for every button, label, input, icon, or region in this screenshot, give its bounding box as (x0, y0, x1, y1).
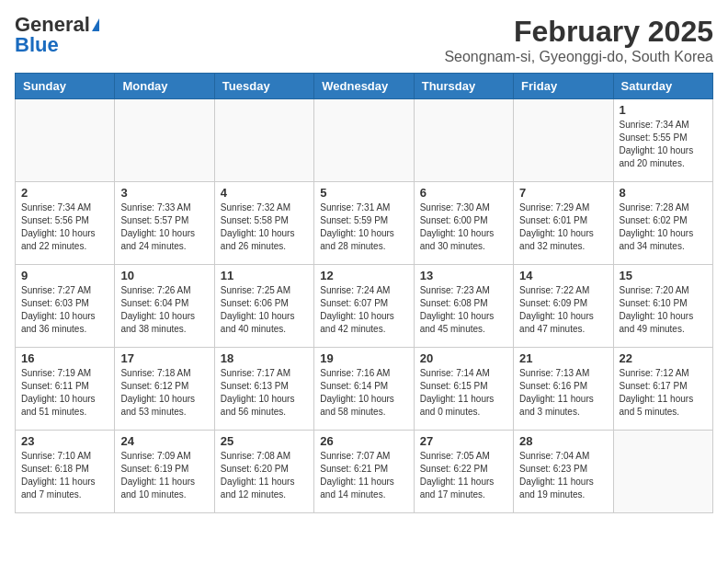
day-info: Sunrise: 7:04 AM Sunset: 6:23 PM Dayligh… (519, 450, 607, 501)
day-number: 13 (420, 269, 507, 282)
calendar-week-row: 23Sunrise: 7:10 AM Sunset: 6:18 PM Dayli… (16, 431, 713, 513)
day-info: Sunrise: 7:20 AM Sunset: 6:10 PM Dayligh… (620, 284, 707, 336)
calendar-day-header: Thursday (414, 74, 513, 99)
day-number: 16 (21, 351, 108, 365)
day-info: Sunrise: 7:22 AM Sunset: 6:09 PM Dayligh… (519, 284, 607, 336)
calendar-cell: 10Sunrise: 7:26 AM Sunset: 6:04 PM Dayli… (115, 265, 214, 348)
day-info: Sunrise: 7:33 AM Sunset: 5:57 PM Dayligh… (120, 201, 208, 253)
calendar-cell: 23Sunrise: 7:10 AM Sunset: 6:18 PM Dayli… (16, 431, 115, 513)
day-number: 3 (120, 186, 208, 200)
day-info: Sunrise: 7:32 AM Sunset: 5:58 PM Dayligh… (221, 201, 308, 253)
day-number: 9 (21, 269, 108, 282)
day-info: Sunrise: 7:07 AM Sunset: 6:21 PM Dayligh… (320, 450, 407, 501)
calendar-cell: 9Sunrise: 7:27 AM Sunset: 6:03 PM Daylig… (16, 265, 115, 348)
calendar-cell (613, 431, 712, 513)
calendar-cell: 25Sunrise: 7:08 AM Sunset: 6:20 PM Dayli… (214, 431, 313, 513)
calendar-cell: 2Sunrise: 7:34 AM Sunset: 5:56 PM Daylig… (16, 182, 115, 265)
page-header: General Blue February 2025 Seongnam-si, … (15, 15, 713, 65)
calendar-cell: 8Sunrise: 7:28 AM Sunset: 6:02 PM Daylig… (613, 182, 712, 265)
calendar-cell: 12Sunrise: 7:24 AM Sunset: 6:07 PM Dayli… (314, 265, 414, 348)
calendar-cell: 24Sunrise: 7:09 AM Sunset: 6:19 PM Dayli… (115, 431, 214, 513)
day-number: 4 (221, 186, 308, 200)
calendar-cell: 16Sunrise: 7:19 AM Sunset: 6:11 PM Dayli… (16, 348, 115, 431)
calendar-cell (16, 99, 115, 182)
calendar-week-row: 9Sunrise: 7:27 AM Sunset: 6:03 PM Daylig… (16, 265, 713, 348)
day-info: Sunrise: 7:28 AM Sunset: 6:02 PM Dayligh… (620, 201, 707, 253)
main-title: February 2025 (444, 15, 713, 49)
day-number: 6 (420, 186, 507, 200)
day-number: 12 (320, 269, 407, 282)
day-number: 5 (320, 186, 407, 200)
day-number: 7 (519, 186, 607, 200)
day-number: 14 (519, 269, 607, 282)
day-number: 2 (21, 186, 108, 200)
day-number: 1 (620, 103, 707, 117)
day-number: 26 (320, 434, 407, 448)
calendar-cell: 13Sunrise: 7:23 AM Sunset: 6:08 PM Dayli… (414, 265, 513, 348)
logo-blue: Blue (15, 35, 59, 55)
calendar-day-header: Wednesday (314, 74, 414, 99)
day-number: 15 (620, 269, 707, 282)
calendar-day-header: Friday (514, 74, 613, 99)
day-number: 10 (120, 269, 208, 282)
day-number: 18 (221, 351, 308, 365)
calendar-cell: 1Sunrise: 7:34 AM Sunset: 5:55 PM Daylig… (613, 99, 712, 182)
calendar-cell: 6Sunrise: 7:30 AM Sunset: 6:00 PM Daylig… (414, 182, 513, 265)
calendar-cell (115, 99, 214, 182)
day-number: 25 (221, 434, 308, 448)
calendar-table: SundayMondayTuesdayWednesdayThursdayFrid… (15, 73, 713, 513)
calendar-cell: 3Sunrise: 7:33 AM Sunset: 5:57 PM Daylig… (115, 182, 214, 265)
day-info: Sunrise: 7:05 AM Sunset: 6:22 PM Dayligh… (420, 450, 507, 501)
day-number: 17 (120, 351, 208, 365)
calendar-week-row: 1Sunrise: 7:34 AM Sunset: 5:55 PM Daylig… (16, 99, 713, 182)
day-info: Sunrise: 7:13 AM Sunset: 6:16 PM Dayligh… (519, 367, 607, 419)
calendar-cell: 20Sunrise: 7:14 AM Sunset: 6:15 PM Dayli… (414, 348, 513, 431)
day-info: Sunrise: 7:09 AM Sunset: 6:19 PM Dayligh… (120, 450, 208, 501)
calendar-cell (414, 99, 513, 182)
calendar-week-row: 16Sunrise: 7:19 AM Sunset: 6:11 PM Dayli… (16, 348, 713, 431)
day-number: 21 (519, 351, 607, 365)
day-number: 20 (420, 351, 507, 365)
calendar-day-header: Monday (115, 74, 214, 99)
logo: General Blue (15, 15, 99, 55)
title-section: February 2025 Seongnam-si, Gyeonggi-do, … (444, 15, 713, 65)
calendar-day-header: Sunday (16, 74, 115, 99)
day-info: Sunrise: 7:34 AM Sunset: 5:55 PM Dayligh… (620, 119, 707, 170)
calendar-cell: 14Sunrise: 7:22 AM Sunset: 6:09 PM Dayli… (514, 265, 613, 348)
calendar-cell: 21Sunrise: 7:13 AM Sunset: 6:16 PM Dayli… (514, 348, 613, 431)
calendar-cell: 27Sunrise: 7:05 AM Sunset: 6:22 PM Dayli… (414, 431, 513, 513)
day-info: Sunrise: 7:14 AM Sunset: 6:15 PM Dayligh… (420, 367, 507, 419)
calendar-header-row: SundayMondayTuesdayWednesdayThursdayFrid… (16, 74, 713, 99)
day-number: 22 (620, 351, 707, 365)
day-number: 11 (221, 269, 308, 282)
calendar-cell: 11Sunrise: 7:25 AM Sunset: 6:06 PM Dayli… (214, 265, 313, 348)
calendar-cell: 7Sunrise: 7:29 AM Sunset: 6:01 PM Daylig… (514, 182, 613, 265)
day-info: Sunrise: 7:30 AM Sunset: 6:00 PM Dayligh… (420, 201, 507, 253)
day-info: Sunrise: 7:12 AM Sunset: 6:17 PM Dayligh… (620, 367, 707, 419)
day-number: 19 (320, 351, 407, 365)
day-info: Sunrise: 7:24 AM Sunset: 6:07 PM Dayligh… (320, 284, 407, 336)
day-number: 28 (519, 434, 607, 448)
day-number: 23 (21, 434, 108, 448)
calendar-cell: 5Sunrise: 7:31 AM Sunset: 5:59 PM Daylig… (314, 182, 414, 265)
logo-general: General (15, 15, 90, 35)
day-info: Sunrise: 7:23 AM Sunset: 6:08 PM Dayligh… (420, 284, 507, 336)
calendar-cell: 15Sunrise: 7:20 AM Sunset: 6:10 PM Dayli… (613, 265, 712, 348)
calendar-day-header: Saturday (613, 74, 712, 99)
calendar-cell (314, 99, 414, 182)
logo-triangle-icon (92, 18, 99, 31)
calendar-cell: 28Sunrise: 7:04 AM Sunset: 6:23 PM Dayli… (514, 431, 613, 513)
day-number: 8 (620, 186, 707, 200)
subtitle: Seongnam-si, Gyeonggi-do, South Korea (444, 49, 713, 65)
day-info: Sunrise: 7:31 AM Sunset: 5:59 PM Dayligh… (320, 201, 407, 253)
day-info: Sunrise: 7:29 AM Sunset: 6:01 PM Dayligh… (519, 201, 607, 253)
day-info: Sunrise: 7:17 AM Sunset: 6:13 PM Dayligh… (221, 367, 308, 419)
day-number: 24 (120, 434, 208, 448)
day-info: Sunrise: 7:25 AM Sunset: 6:06 PM Dayligh… (221, 284, 308, 336)
day-number: 27 (420, 434, 507, 448)
day-info: Sunrise: 7:18 AM Sunset: 6:12 PM Dayligh… (120, 367, 208, 419)
calendar-cell: 17Sunrise: 7:18 AM Sunset: 6:12 PM Dayli… (115, 348, 214, 431)
day-info: Sunrise: 7:26 AM Sunset: 6:04 PM Dayligh… (120, 284, 208, 336)
day-info: Sunrise: 7:19 AM Sunset: 6:11 PM Dayligh… (21, 367, 108, 419)
calendar-cell: 26Sunrise: 7:07 AM Sunset: 6:21 PM Dayli… (314, 431, 414, 513)
